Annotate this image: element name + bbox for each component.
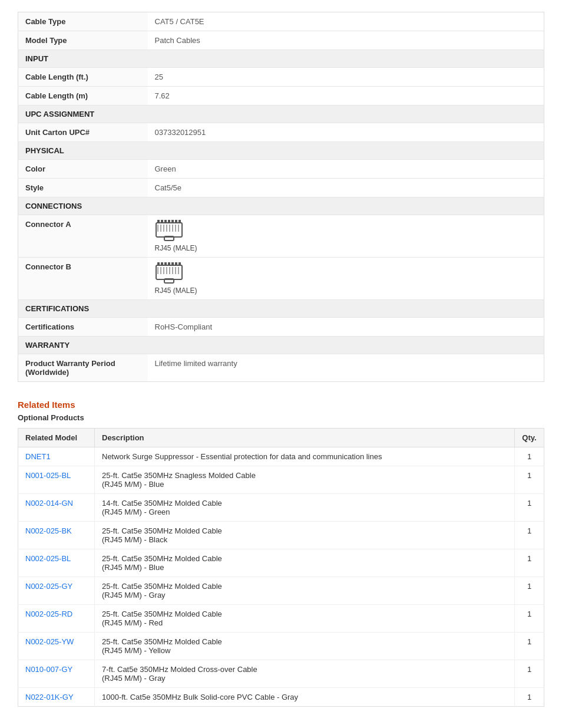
connector-cell: RJ45 (MALE): [148, 215, 544, 258]
table-row: CertificationsRoHS-Compliant: [18, 318, 544, 337]
model-link[interactable]: N002-025-YW: [25, 637, 74, 646]
table-row: Cable TypeCAT5 / CAT5E: [18, 12, 544, 31]
spec-value: Green: [148, 160, 544, 179]
list-item: N002-025-GY25-ft. Cat5e 350MHz Molded Ca…: [18, 577, 544, 605]
model-link[interactable]: N002-025-BL: [25, 554, 71, 563]
table-row: Cable Length (ft.)25: [18, 68, 544, 87]
list-item: N010-007-GY7-ft. Cat5e 350MHz Molded Cro…: [18, 660, 544, 688]
table-header: Description: [95, 429, 515, 447]
description-cell: 25-ft. Cat5e 350MHz Molded Cable(RJ45 M/…: [95, 577, 515, 605]
model-link[interactable]: N001-025-BL: [25, 471, 71, 480]
qty-cell: 1: [515, 688, 544, 707]
description-cell: Network Surge Suppressor - Essential pro…: [95, 447, 515, 466]
model-link[interactable]: DNET1: [25, 452, 51, 461]
spec-label: Connector B: [18, 258, 148, 300]
list-item: DNET1Network Surge Suppressor - Essentia…: [18, 447, 544, 466]
list-item: N001-025-BL25-ft. Cat5e 350MHz Snagless …: [18, 466, 544, 494]
model-link[interactable]: N022-01K-GY: [25, 693, 74, 701]
related-items-title: Related Items: [18, 400, 544, 410]
section-header-cell: CERTIFICATIONS: [18, 300, 544, 318]
list-item: N002-014-GN14-ft. Cat5e 350MHz Molded Ca…: [18, 494, 544, 522]
description-cell: 25-ft. Cat5e 350MHz Molded Cable(RJ45 M/…: [95, 605, 515, 633]
list-item: N002-025-BK25-ft. Cat5e 350MHz Molded Ca…: [18, 522, 544, 549]
description-cell: 25-ft. Cat5e 350MHz Molded Cable(RJ45 M/…: [95, 549, 515, 577]
qty-cell: 1: [515, 549, 544, 577]
spec-value: CAT5 / CAT5E: [148, 12, 544, 31]
connector-block: RJ45 (MALE): [155, 262, 537, 295]
description-cell: 25-ft. Cat5e 350MHz Snagless Molded Cabl…: [95, 466, 515, 494]
section-header-cell: INPUT: [18, 50, 544, 68]
connector-cell: RJ45 (MALE): [148, 258, 544, 300]
rj45-icon: [155, 262, 184, 285]
rj45-icon: [155, 220, 184, 242]
spec-label: Cable Type: [18, 12, 148, 31]
qty-cell: 1: [515, 577, 544, 605]
related-items-table: Related ModelDescriptionQty.DNET1Network…: [18, 428, 544, 707]
list-item: N002-025-BL25-ft. Cat5e 350MHz Molded Ca…: [18, 549, 544, 577]
spec-label: Style: [18, 179, 148, 197]
spec-label: Product Warranty Period (Worldwide): [18, 354, 148, 382]
qty-cell: 1: [515, 466, 544, 494]
qty-cell: 1: [515, 605, 544, 633]
description-cell: 14-ft. Cat5e 350MHz Molded Cable(RJ45 M/…: [95, 494, 515, 522]
optional-products-label: Optional Products: [18, 413, 544, 422]
qty-cell: 1: [515, 494, 544, 522]
table-row: Model TypePatch Cables: [18, 31, 544, 50]
connector-value-label: RJ45 (MALE): [155, 286, 197, 295]
section-header-cell: UPC ASSIGNMENT: [18, 106, 544, 123]
connector-block: RJ45 (MALE): [155, 220, 537, 252]
qty-cell: 1: [515, 522, 544, 549]
specs-table: Cable TypeCAT5 / CAT5EModel TypePatch Ca…: [18, 12, 544, 382]
spec-value: 7.62: [148, 87, 544, 106]
table-row: ColorGreen: [18, 160, 544, 179]
spec-value: Patch Cables: [148, 31, 544, 50]
qty-cell: 1: [515, 633, 544, 660]
spec-value: 037332012951: [148, 123, 544, 142]
list-item: N022-01K-GY1000-ft. Cat5e 350MHz Bulk So…: [18, 688, 544, 707]
spec-label: Unit Carton UPC#: [18, 123, 148, 142]
description-cell: 25-ft. Cat5e 350MHz Molded Cable(RJ45 M/…: [95, 522, 515, 549]
table-header: Related Model: [18, 429, 95, 447]
section-header-cell: CONNECTIONS: [18, 197, 544, 215]
spec-label: Certifications: [18, 318, 148, 337]
qty-cell: 1: [515, 660, 544, 688]
table-row: StyleCat5/5e: [18, 179, 544, 197]
qty-cell: 1: [515, 447, 544, 466]
model-link[interactable]: N010-007-GY: [25, 665, 72, 674]
model-link[interactable]: N002-014-GN: [25, 499, 73, 508]
table-row: Connector A: [18, 215, 544, 258]
section-header-cell: PHYSICAL: [18, 142, 544, 160]
table-header: Qty.: [515, 429, 544, 447]
table-row: Connector B: [18, 258, 544, 300]
spec-label: Color: [18, 160, 148, 179]
description-cell: 25-ft. Cat5e 350MHz Molded Cable(RJ45 M/…: [95, 633, 515, 660]
spec-value: Cat5/5e: [148, 179, 544, 197]
spec-label: Connector A: [18, 215, 148, 258]
spec-value: 25: [148, 68, 544, 87]
spec-value: Lifetime limited warranty: [148, 354, 544, 382]
spec-label: Model Type: [18, 31, 148, 50]
list-item: N002-025-RD25-ft. Cat5e 350MHz Molded Ca…: [18, 605, 544, 633]
spec-label: Cable Length (m): [18, 87, 148, 106]
description-cell: 7-ft. Cat5e 350MHz Molded Cross-over Cab…: [95, 660, 515, 688]
table-row: Product Warranty Period (Worldwide)Lifet…: [18, 354, 544, 382]
section-header-cell: WARRANTY: [18, 337, 544, 354]
model-link[interactable]: N002-025-BK: [25, 526, 72, 535]
model-link[interactable]: N002-025-RD: [25, 610, 72, 618]
model-link[interactable]: N002-025-GY: [25, 582, 72, 591]
table-row: Unit Carton UPC#037332012951: [18, 123, 544, 142]
connector-value-label: RJ45 (MALE): [155, 244, 197, 252]
list-item: N002-025-YW25-ft. Cat5e 350MHz Molded Ca…: [18, 633, 544, 660]
spec-value: RoHS-Compliant: [148, 318, 544, 337]
table-row: Cable Length (m)7.62: [18, 87, 544, 106]
spec-label: Cable Length (ft.): [18, 68, 148, 87]
description-cell: 1000-ft. Cat5e 350MHz Bulk Solid-core PV…: [95, 688, 515, 707]
